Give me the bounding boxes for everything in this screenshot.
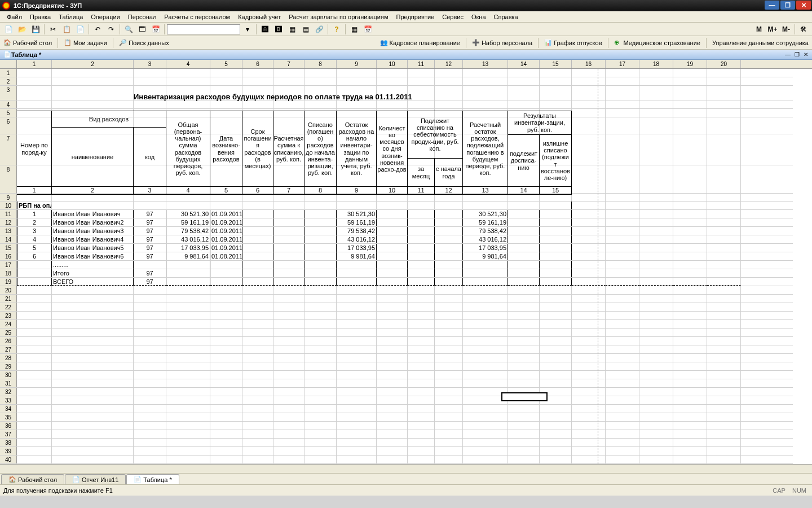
cell[interactable] <box>52 295 134 303</box>
cell[interactable] <box>304 286 337 294</box>
cell[interactable] <box>463 77 508 85</box>
cell[interactable] <box>408 244 435 252</box>
cell[interactable] <box>273 286 304 294</box>
cell[interactable] <box>435 218 463 226</box>
cell[interactable] <box>17 396 52 404</box>
cell[interactable] <box>572 286 606 294</box>
cell[interactable] <box>606 422 639 430</box>
cell[interactable] <box>273 379 304 387</box>
cell[interactable] <box>707 345 741 353</box>
cell[interactable]: 43 016,12 <box>166 235 210 243</box>
cell[interactable] <box>304 447 337 455</box>
cell[interactable] <box>639 261 673 269</box>
cell[interactable] <box>304 227 337 235</box>
cell[interactable] <box>304 430 337 438</box>
col-2[interactable]: 2 <box>52 60 134 68</box>
cell[interactable] <box>242 430 273 438</box>
cell[interactable] <box>673 337 707 345</box>
cell[interactable] <box>606 362 639 370</box>
cell[interactable] <box>304 320 337 328</box>
cell[interactable]: Иванов Иван Иванович3 <box>52 227 134 235</box>
cell[interactable] <box>337 456 377 463</box>
cell[interactable] <box>408 286 435 294</box>
cell[interactable] <box>606 134 639 165</box>
cell[interactable] <box>707 371 741 379</box>
cell[interactable] <box>707 303 741 311</box>
cell[interactable] <box>408 69 435 77</box>
cell[interactable] <box>572 134 606 165</box>
cell[interactable] <box>408 100 435 108</box>
cell[interactable] <box>639 422 673 430</box>
cell[interactable] <box>606 194 639 201</box>
cell[interactable] <box>304 312 337 319</box>
cell[interactable] <box>707 396 741 404</box>
cell[interactable] <box>572 439 606 446</box>
minimize-button[interactable]: — <box>765 1 779 10</box>
cell[interactable] <box>606 109 639 117</box>
doc-max-icon[interactable]: ❐ <box>793 51 801 59</box>
cell[interactable] <box>304 379 337 387</box>
cell[interactable] <box>435 235 463 243</box>
cell[interactable] <box>606 202 639 209</box>
a2-icon[interactable]: 🅱 <box>272 24 285 35</box>
cell[interactable] <box>639 269 673 277</box>
cell[interactable] <box>639 244 673 252</box>
cell[interactable] <box>673 278 707 286</box>
cell[interactable] <box>17 261 52 269</box>
cell[interactable] <box>304 100 337 108</box>
cell[interactable] <box>639 329 673 336</box>
cell[interactable] <box>572 447 606 455</box>
row-header[interactable]: 38 <box>0 439 17 446</box>
row-header[interactable]: 1 <box>0 69 17 77</box>
cut-icon[interactable]: ✂ <box>47 24 59 35</box>
menu-windows[interactable]: Окна <box>468 12 489 21</box>
cell[interactable] <box>134 286 166 294</box>
cell[interactable] <box>673 269 707 277</box>
cell[interactable] <box>377 396 408 404</box>
cell[interactable] <box>377 371 408 379</box>
row-header[interactable]: 10 <box>0 202 17 209</box>
cell[interactable] <box>463 405 508 413</box>
cell[interactable] <box>508 69 540 77</box>
cell[interactable]: 01.09.2011 <box>210 235 242 243</box>
cell[interactable] <box>134 261 166 269</box>
cell[interactable] <box>166 422 210 430</box>
cell[interactable] <box>242 278 273 286</box>
cell[interactable] <box>337 447 377 455</box>
menu-hr[interactable]: Кадровый учет <box>235 12 284 21</box>
cell[interactable] <box>304 303 337 311</box>
cell[interactable] <box>377 329 408 336</box>
cell[interactable] <box>273 210 304 218</box>
cell[interactable] <box>606 337 639 345</box>
cell[interactable] <box>17 345 52 353</box>
cell[interactable] <box>572 235 606 243</box>
cell[interactable] <box>673 227 707 235</box>
cell[interactable] <box>463 439 508 446</box>
cell[interactable] <box>673 371 707 379</box>
cell[interactable] <box>606 320 639 328</box>
cell[interactable] <box>17 303 52 311</box>
menu-salary[interactable]: Расчет зарплаты по организациям <box>285 12 391 21</box>
cell[interactable] <box>337 69 377 77</box>
cell[interactable] <box>540 244 572 252</box>
cell[interactable] <box>639 165 673 193</box>
menu-service[interactable]: Сервис <box>439 12 467 21</box>
cell[interactable] <box>606 252 639 260</box>
cell[interactable] <box>435 252 463 260</box>
cell[interactable] <box>166 362 210 370</box>
cell[interactable] <box>273 362 304 370</box>
cell[interactable] <box>673 405 707 413</box>
cell[interactable] <box>435 413 463 421</box>
cell[interactable] <box>242 295 273 303</box>
cell[interactable] <box>134 405 166 413</box>
row-header[interactable]: 13 <box>0 227 17 235</box>
cell[interactable] <box>435 202 463 209</box>
cell[interactable] <box>337 329 377 336</box>
cell[interactable] <box>540 269 572 277</box>
cell[interactable] <box>408 235 435 243</box>
cell[interactable] <box>572 320 606 328</box>
cell[interactable]: 9 981,64 <box>463 252 508 260</box>
col-8[interactable]: 8 <box>304 60 337 68</box>
cell[interactable] <box>166 396 210 404</box>
cell[interactable] <box>707 261 741 269</box>
